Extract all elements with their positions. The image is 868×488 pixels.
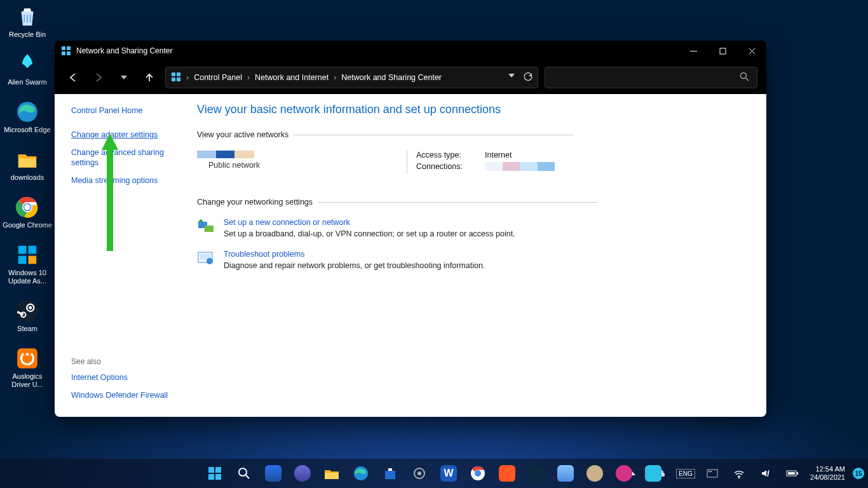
task-view-button[interactable] <box>261 461 286 486</box>
time: 12:54 AM <box>810 465 845 473</box>
edge-taskbar-button[interactable] <box>348 461 374 486</box>
toolbar: › Control Panel › Network and Internet ›… <box>55 61 766 94</box>
input-indicator[interactable] <box>700 461 725 486</box>
connection-link-redacted[interactable] <box>485 162 555 171</box>
breadcrumb-control-panel[interactable]: Control Panel <box>194 73 242 82</box>
date: 24/08/2021 <box>810 473 845 482</box>
search-box[interactable] <box>545 67 757 88</box>
svg-point-37 <box>417 471 421 475</box>
svg-rect-4 <box>18 246 27 254</box>
svg-point-43 <box>738 477 740 478</box>
maximize-button[interactable] <box>708 41 737 61</box>
network-name-redacted <box>197 151 254 158</box>
photos-button[interactable] <box>553 461 578 486</box>
forward-button[interactable] <box>89 68 108 87</box>
svg-rect-15 <box>67 46 71 50</box>
file-explorer-button[interactable] <box>319 461 344 486</box>
svg-rect-20 <box>177 72 180 76</box>
chrome-icon <box>15 194 40 220</box>
desktop-icon-alien-swarm[interactable]: Alien Swarm <box>3 51 52 86</box>
widgets-button[interactable] <box>290 461 315 486</box>
desktop-icon-steam[interactable]: Steam <box>3 298 52 333</box>
chevron-right-icon[interactable]: › <box>247 73 250 82</box>
svg-point-33 <box>239 468 247 476</box>
icon-label: Microsoft Edge <box>4 126 50 134</box>
desktop-icon-recycle-bin[interactable]: Recycle Bin <box>3 4 52 39</box>
svg-point-10 <box>29 306 32 309</box>
app2-button[interactable] <box>582 461 607 486</box>
setup-connection-link[interactable]: Set up a new connection or network <box>224 218 350 227</box>
svg-rect-46 <box>797 472 798 475</box>
internet-options-link[interactable]: Internet Options <box>71 372 170 383</box>
network-type: Public network <box>197 161 369 170</box>
settings-button[interactable] <box>407 461 432 486</box>
auslogics-icon <box>15 346 40 371</box>
control-panel-home-link[interactable]: Control Panel Home <box>71 105 170 116</box>
setup-connection-icon <box>197 218 215 234</box>
troubleshoot-item: Troubleshoot problems Diagnose and repai… <box>197 250 754 270</box>
store-button[interactable] <box>377 461 403 486</box>
see-also-label: See also <box>71 357 170 366</box>
app1-button[interactable] <box>524 461 549 486</box>
clock[interactable]: 12:54 AM 24/08/2021 <box>806 465 849 482</box>
windows-defender-firewall-link[interactable]: Windows Defender Firewall <box>71 390 170 400</box>
svg-rect-21 <box>172 78 175 81</box>
chevron-right-icon[interactable]: › <box>186 73 189 82</box>
connections-label: Connections: <box>416 162 473 171</box>
svg-rect-22 <box>177 78 180 81</box>
address-icon <box>171 72 181 84</box>
page-heading: View your basic network information and … <box>197 103 754 116</box>
taskbar[interactable]: W ENG 12:54 AM 24/08/2021 15 <box>0 459 868 488</box>
start-button[interactable] <box>202 461 227 486</box>
desktop-icon-chrome[interactable]: Google Chrome <box>3 194 52 229</box>
language-button[interactable]: ENG <box>673 461 698 486</box>
access-type-value: Internet <box>485 151 512 159</box>
titlebar[interactable]: Network and Sharing Center <box>55 41 766 61</box>
refresh-button[interactable] <box>523 72 532 83</box>
wifi-icon[interactable] <box>726 461 752 486</box>
icon-label: Alien Swarm <box>8 78 47 86</box>
svg-rect-6 <box>18 256 27 264</box>
icon-label: Auslogics Driver U... <box>3 372 52 389</box>
desktop-icon-downloads[interactable]: downloads <box>3 147 52 182</box>
search-icon <box>740 72 749 84</box>
svg-rect-7 <box>29 256 37 264</box>
svg-point-23 <box>741 72 747 78</box>
svg-rect-14 <box>62 46 65 50</box>
desktop-icon-win-update[interactable]: Windows 10 Update As... <box>3 242 52 285</box>
chevron-down-icon[interactable] <box>508 72 515 83</box>
back-button[interactable] <box>64 68 83 87</box>
app4-button[interactable] <box>641 461 666 486</box>
change-adapter-settings-link[interactable]: Change adapter settings <box>71 130 170 140</box>
svg-rect-32 <box>215 474 221 480</box>
word-button[interactable]: W <box>436 461 461 486</box>
recent-locations-button[interactable] <box>114 68 133 87</box>
breadcrumb-network-internet[interactable]: Network and Internet <box>255 73 329 82</box>
desktop-icon-edge[interactable]: Microsoft Edge <box>3 99 52 134</box>
main-panel: View your basic network information and … <box>179 94 766 417</box>
battery-icon[interactable] <box>780 461 805 486</box>
minimize-button[interactable] <box>679 41 708 61</box>
media-streaming-options-link[interactable]: Media streaming options <box>71 175 170 186</box>
breadcrumb-network-sharing[interactable]: Network and Sharing Center <box>341 73 442 82</box>
troubleshoot-icon <box>197 250 215 266</box>
up-button[interactable] <box>140 68 159 87</box>
close-button[interactable] <box>737 41 766 61</box>
troubleshoot-link[interactable]: Troubleshoot problems <box>224 250 304 259</box>
desktop-icon-auslogics[interactable]: Auslogics Driver U... <box>3 346 52 389</box>
chrome-taskbar-button[interactable] <box>465 461 491 486</box>
svg-point-3 <box>24 204 31 210</box>
chevron-right-icon[interactable]: › <box>334 73 336 82</box>
search-button[interactable] <box>231 461 257 486</box>
notification-badge[interactable]: 15 <box>853 468 864 479</box>
window-title: Network and Sharing Center <box>76 46 172 55</box>
address-bar[interactable]: › Control Panel › Network and Internet ›… <box>165 67 538 88</box>
network-sharing-center-window: Network and Sharing Center › Control Pan… <box>55 41 766 417</box>
volume-icon[interactable] <box>753 461 778 486</box>
brave-button[interactable] <box>494 461 520 486</box>
change-advanced-sharing-link[interactable]: Change advanced sharing settings <box>71 147 170 168</box>
svg-rect-45 <box>788 472 795 475</box>
app3-button[interactable] <box>611 461 637 486</box>
steam-icon <box>15 298 40 323</box>
svg-point-28 <box>207 258 213 264</box>
